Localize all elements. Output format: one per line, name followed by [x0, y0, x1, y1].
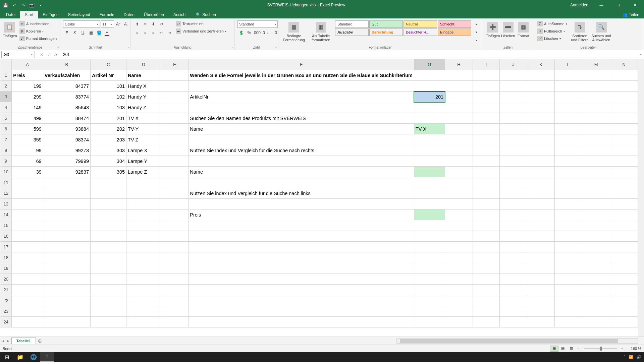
cell-H7[interactable] [445, 134, 473, 145]
cell-M10[interactable] [582, 167, 610, 177]
cell-E12[interactable] [161, 188, 188, 199]
cell-H12[interactable] [445, 188, 473, 199]
cell-F13[interactable] [189, 199, 414, 209]
cell-G24[interactable] [414, 317, 445, 327]
orientation-button[interactable]: ⟲ [158, 20, 165, 28]
sheet-nav-prev-icon[interactable]: ◄ [1, 339, 5, 343]
cell-L18[interactable] [555, 252, 582, 263]
cell-I13[interactable] [473, 199, 499, 209]
cell-B6[interactable]: 93884 [43, 124, 90, 134]
cell-M3[interactable] [582, 92, 610, 102]
cell-G5[interactable] [414, 113, 445, 124]
cell-C10[interactable]: 305 [91, 167, 126, 177]
cell-B21[interactable] [43, 285, 90, 295]
cell-G19[interactable] [414, 263, 445, 274]
cell-E17[interactable] [161, 242, 188, 252]
cell-M21[interactable] [582, 285, 610, 295]
cell-F11[interactable] [189, 177, 414, 188]
cell-K10[interactable] [527, 167, 554, 177]
cell-B11[interactable] [43, 177, 90, 188]
number-dialog-icon[interactable]: ↘ [275, 46, 277, 49]
cell-C13[interactable] [91, 199, 126, 209]
cell-F9[interactable] [189, 156, 414, 167]
cell-M15[interactable] [582, 220, 610, 231]
cell-D1[interactable]: Name [126, 70, 161, 81]
cell-D16[interactable] [126, 231, 161, 242]
cell-N3[interactable] [610, 92, 638, 102]
cell-I10[interactable] [473, 167, 499, 177]
cell-C9[interactable]: 304 [91, 156, 126, 167]
cell-J11[interactable] [500, 177, 527, 188]
cell-I4[interactable] [473, 102, 499, 113]
add-sheet-button[interactable]: ⊕ [36, 338, 44, 344]
cell-B10[interactable]: 92837 [43, 167, 90, 177]
cell-M18[interactable] [582, 252, 610, 263]
underline-button[interactable]: U [79, 29, 87, 37]
cell-C17[interactable] [91, 242, 126, 252]
cell-K18[interactable] [527, 252, 554, 263]
style-neutral[interactable]: Neutral [404, 20, 437, 28]
format-as-table-button[interactable]: ▦Als Tabelle formatieren [308, 20, 334, 44]
cell-E6[interactable] [161, 124, 188, 134]
sheet-nav-next-icon[interactable]: ► [6, 339, 10, 343]
tray-sound-icon[interactable]: 🔊 [637, 355, 641, 359]
cell-G1[interactable] [414, 70, 445, 81]
insert-cells-button[interactable]: ➕Einfügen [486, 20, 500, 44]
cell-N14[interactable] [610, 209, 638, 220]
cell-K5[interactable] [527, 113, 554, 124]
paste-button[interactable]: 📋Einfügen [3, 20, 17, 44]
cell-F14[interactable]: Preis [189, 209, 414, 220]
cell-C16[interactable] [91, 231, 126, 242]
inc-decimal-button[interactable]: .0→ [262, 29, 269, 37]
cell-C3[interactable]: 102 [91, 92, 126, 102]
cell-M24[interactable] [582, 317, 610, 327]
clipboard-dialog-icon[interactable]: ↘ [57, 46, 59, 49]
style-standard[interactable]: Standard [335, 20, 369, 28]
clear-button[interactable]: 🧹Löschen▾ [536, 35, 569, 42]
cell-G12[interactable] [414, 188, 445, 199]
format-painter-button[interactable]: 🖌Format übertragen [18, 35, 58, 42]
cell-N4[interactable] [610, 102, 638, 113]
column-header-H[interactable]: H [445, 59, 473, 70]
cell-H20[interactable] [445, 274, 473, 285]
cell-A17[interactable] [12, 242, 43, 252]
cell-G3[interactable]: 201 [414, 92, 445, 102]
align-right-button[interactable]: ≡ [150, 29, 157, 37]
cell-N1[interactable] [610, 70, 638, 81]
cell-J1[interactable] [500, 70, 527, 81]
cell-I12[interactable] [473, 188, 499, 199]
cell-K2[interactable] [527, 81, 554, 92]
expand-formula-bar-icon[interactable]: ▾ [637, 53, 644, 56]
cell-E20[interactable] [161, 274, 188, 285]
cell-F1[interactable]: Wenden Sie die Formel jeweils in der Grü… [189, 70, 414, 81]
cell-N5[interactable] [610, 113, 638, 124]
cell-J3[interactable] [500, 92, 527, 102]
grow-font-button[interactable]: A↑ [115, 20, 122, 28]
style-eingabe[interactable]: Eingabe [438, 28, 471, 36]
cell-N23[interactable] [610, 306, 638, 317]
row-header-9[interactable]: 9 [0, 156, 12, 167]
cell-N22[interactable] [610, 295, 638, 306]
cell-I5[interactable] [473, 113, 499, 124]
cell-C6[interactable]: 202 [91, 124, 126, 134]
row-header-19[interactable]: 19 [0, 263, 12, 274]
cell-I1[interactable] [473, 70, 499, 81]
cell-F7[interactable] [189, 134, 414, 145]
cell-M8[interactable] [582, 145, 610, 156]
start-button[interactable]: ⊞ [0, 352, 13, 362]
cell-B20[interactable] [43, 274, 90, 285]
column-header-J[interactable]: J [500, 59, 527, 70]
cell-L16[interactable] [555, 231, 582, 242]
format-cells-button[interactable]: ▦Format [517, 20, 530, 44]
cell-G15[interactable] [414, 220, 445, 231]
cell-M4[interactable] [582, 102, 610, 113]
cell-A21[interactable] [12, 285, 43, 295]
autosum-button[interactable]: ΣAutoSumme▾ [536, 20, 569, 27]
cell-H4[interactable] [445, 102, 473, 113]
style-besuchter[interactable]: Besuchter H... [404, 28, 437, 36]
cell-H18[interactable] [445, 252, 473, 263]
cell-A16[interactable] [12, 231, 43, 242]
cell-H10[interactable] [445, 167, 473, 177]
cell-A13[interactable] [12, 199, 43, 209]
tab-home[interactable]: Start [20, 11, 38, 18]
